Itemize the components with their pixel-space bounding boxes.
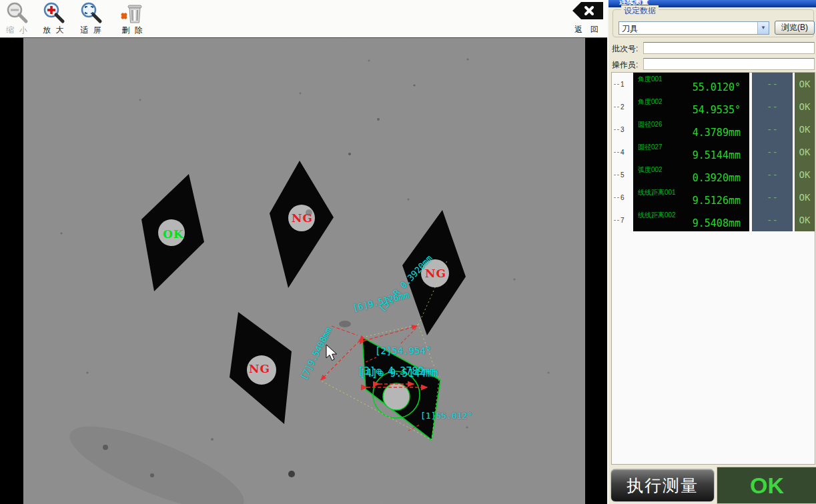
measure-ref: -- [752,163,793,186]
status-badge: OK [795,141,815,163]
operator-label: 操作员: [612,59,638,71]
return-button[interactable]: 返 回 [570,1,606,35]
annotation-angle-1: [1]55.012° [420,411,472,421]
delete-icon [120,1,145,24]
zoom-out-label: 缩 小 [0,25,35,36]
browse-button[interactable]: 浏览(B) [775,21,815,35]
fit-screen-button[interactable]: 适 屏 [74,1,109,36]
status-badge: OK [795,209,815,231]
image-margin-right [585,38,607,504]
status-badge: OK [795,73,815,95]
status-badge: OK [795,163,815,186]
program-select[interactable]: 刀具 ▼ [619,21,769,35]
fit-screen-label: 适 屏 [74,25,109,36]
measure-name: 线线距离001 [638,188,676,197]
table-row[interactable]: 3 圆径0264.3789mm -- OK [612,118,815,141]
status-badge: OK [795,95,815,118]
chevron-down-icon[interactable]: ▼ [757,22,769,34]
insert-status-ok: OK [163,227,184,241]
annotation-angle-2: [2]54.954° [375,345,431,356]
row-number: 6 [621,194,625,201]
zoom-out-button[interactable]: 缩 小 [0,1,35,36]
measure-ref: -- [752,95,793,118]
zoom-in-button[interactable]: 放 大 [37,1,71,36]
program-select-value: 刀具 [622,23,638,35]
measure-ref: -- [752,141,793,163]
zoom-in-icon [42,1,66,24]
table-row[interactable]: 7 线线距离0029.5408mm -- OK [612,209,815,231]
measurement-overlay-scene [23,38,585,504]
results-table[interactable]: 1 角度00155.0120° -- OK 2 角度00254.9535° --… [611,72,815,465]
zoom-in-label: 放 大 [37,25,71,36]
measure-ref: -- [752,118,793,141]
settings-group-label: 设定数据 [621,5,659,17]
measure-ref: -- [752,209,793,231]
measure-name: 弧度002 [638,165,663,175]
batch-label: 批次号: [612,43,638,55]
measure-ref: -- [752,73,793,95]
row-number: 7 [621,217,625,224]
delete-label: 删 除 [115,25,150,36]
settings-groupbox: 设定数据 刀具 ▼ 浏览(B) [613,9,814,37]
status-badge: OK [795,118,815,141]
measure-name: 圆径026 [638,120,663,129]
row-number: 3 [621,126,625,133]
measure-name: 角度002 [638,97,663,107]
row-number: 2 [621,103,625,111]
insert-status-ng-3: NG [249,362,270,375]
measure-value: 9.5126mm [693,195,741,207]
measure-ref: -- [752,186,793,209]
measurement-panel: 连续测量 设定数据 刀具 ▼ 浏览(B) 批次号: 操作员: 1 角度00155… [607,0,816,504]
measure-name: 圆径027 [638,143,663,152]
insert-status-ng-2: NG [425,267,446,280]
zoom-out-icon [5,1,29,24]
measure-value: 9.5144mm [693,149,741,161]
batch-input[interactable] [643,42,815,54]
batch-field-row: 批次号: [611,42,815,54]
camera-view[interactable]: OK NG NG NG [1]55.012° [2]54.954° [3]⊕ 4… [23,38,585,504]
image-margin-left [0,38,23,504]
row-number: 4 [621,149,625,156]
operator-field-row: 操作员: [611,58,815,70]
insert-status-ng-1: NG [292,211,313,225]
row-number: 5 [621,171,625,179]
measure-value: 9.5408mm [693,217,741,229]
annotation-diameter-4: [4]⊕ 9.5144mm [360,367,438,379]
fit-screen-icon [79,1,103,24]
operator-input[interactable] [643,58,815,70]
measure-name: 角度001 [638,75,663,84]
results-rows: 1 角度00155.0120° -- OK 2 角度00254.9535° --… [612,73,815,231]
measure-value: 55.0120° [693,81,741,93]
overall-result-ok[interactable]: OK [717,467,816,504]
status-badge: OK [795,186,815,209]
table-row[interactable]: 2 角度00254.9535° -- OK [612,95,815,118]
measure-value: 4.3789mm [693,127,741,139]
return-label: 返 回 [570,24,606,35]
execute-measure-button[interactable]: 执行测量 [610,469,715,502]
delete-button[interactable]: 删 除 [115,1,150,36]
table-row[interactable]: 5 弧度0020.3920mm -- OK [612,163,815,186]
table-row[interactable]: 4 圆径0279.5144mm -- OK [612,141,815,163]
measure-name: 线线距离002 [638,211,676,220]
return-icon [571,1,604,20]
row-number: 1 [621,81,625,88]
measure-value: 0.3920mm [693,172,741,184]
measure-value: 54.9535° [693,104,741,116]
table-row[interactable]: 1 角度00155.0120° -- OK [612,73,815,95]
app-window: 缩 小 放 大 适 屏 [0,0,816,504]
table-row[interactable]: 6 线线距离0019.5126mm -- OK [612,186,815,209]
toolbar: 缩 小 放 大 适 屏 [0,0,607,38]
